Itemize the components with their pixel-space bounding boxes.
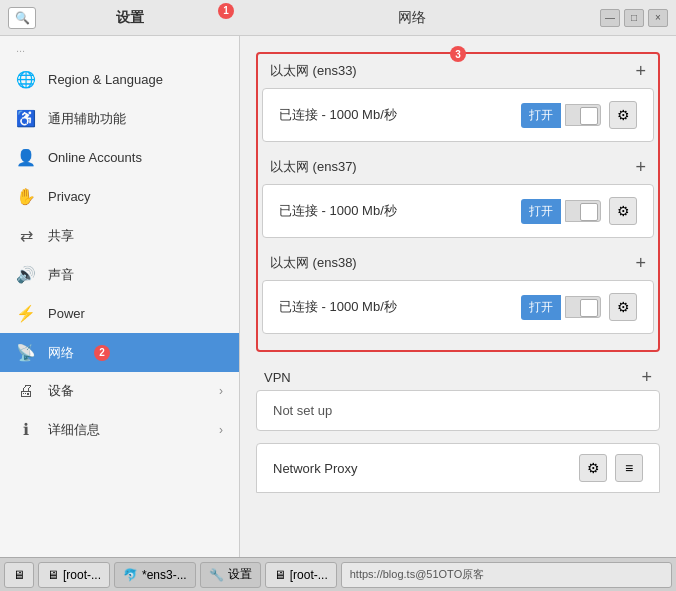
sidebar-label-power: Power [48,306,85,321]
sidebar-item-details[interactable]: ℹ 详细信息 › [0,410,239,449]
ens33-add-button[interactable]: + [635,62,646,80]
ens38-settings-button[interactable]: ⚙ [609,293,637,321]
taskbar-root2-icon: 🖥 [274,568,286,582]
sidebar-item-devices[interactable]: 🖨 设备 › [0,372,239,410]
power-icon: ⚡ [16,304,36,323]
network-section-ens38: 以太网 (ens38) + 已连接 - 1000 Mb/秒 打开 ⚙ [262,250,654,334]
proxy-section: Network Proxy ⚙ ≡ [256,443,660,493]
ens38-toggle-slider[interactable] [565,296,601,318]
ens33-card: 已连接 - 1000 Mb/秒 打开 ⚙ [262,88,654,142]
proxy-settings-button[interactable]: ⚙ [579,454,607,482]
taskbar-ens3-icon: 🐬 [123,568,138,582]
sidebar-item-privacy[interactable]: ✋ Privacy [0,177,239,216]
ens37-header: 以太网 (ens37) + [262,154,654,180]
sidebar-item-sharing[interactable]: ⇄ 共享 [0,216,239,255]
vpn-add-button[interactable]: + [641,368,652,386]
taskbar: 🖥 🖥 [root-... 🐬 *ens3-... 🔧 设置 🖥 [root-.… [0,557,676,591]
taskbar-ens3-button[interactable]: 🐬 *ens3-... [114,562,196,588]
ens37-gear-icon: ⚙ [617,203,630,219]
ens37-title: 以太网 (ens37) [270,158,357,176]
ens37-card: 已连接 - 1000 Mb/秒 打开 ⚙ [262,184,654,238]
taskbar-screen-icon: 🖥 [13,568,25,582]
ens38-header: 以太网 (ens38) + [262,250,654,276]
right-panel-title: 网络 [224,9,600,27]
ens33-toggle-button[interactable]: 打开 [521,103,561,128]
titlebar: 🔍 设置 1 网络 — □ × [0,0,676,36]
sidebar-item-power[interactable]: ⚡ Power [0,294,239,333]
network-badge: 2 [94,345,110,361]
ens33-status: 已连接 - 1000 Mb/秒 [279,106,521,124]
sharing-icon: ⇄ [16,226,36,245]
taskbar-root1-label: [root-... [63,568,101,582]
ens38-toggle: 打开 [521,295,601,320]
sidebar: ... 🌐 Region & Language ♿ 通用辅助功能 👤 Onlin… [0,36,240,557]
sidebar-label-accessibility: 通用辅助功能 [48,110,126,128]
taskbar-icon-button[interactable]: 🖥 [4,562,34,588]
sidebar-label-details: 详细信息 [48,421,100,439]
proxy-config-button[interactable]: ≡ [615,454,643,482]
taskbar-settings-label: 设置 [228,566,252,583]
taskbar-settings-icon: 🔧 [209,568,224,582]
taskbar-root2-label: [root-... [290,568,328,582]
ens33-gear-icon: ⚙ [617,107,630,123]
taskbar-url-text: https://blog.ts@51OTO原客 [350,567,484,582]
sidebar-label-region-language: Region & Language [48,72,163,87]
ens38-gear-icon: ⚙ [617,299,630,315]
ens37-toggle-button[interactable]: 打开 [521,199,561,224]
vpn-header: VPN + [256,364,660,390]
ens33-toggle: 打开 [521,103,601,128]
sidebar-item-sound[interactable]: 🔊 声音 [0,255,239,294]
sidebar-item-accessibility[interactable]: ♿ 通用辅助功能 [0,99,239,138]
sidebar-item-network[interactable]: 📡 网络 2 [0,333,239,372]
minimize-button[interactable]: — [600,9,620,27]
settings-badge: 1 [218,3,234,19]
taskbar-url-display: https://blog.ts@51OTO原客 [341,562,672,588]
sidebar-label-sound: 声音 [48,266,74,284]
details-chevron: › [219,423,223,437]
sound-icon: 🔊 [16,265,36,284]
vpn-card: Not set up [256,390,660,431]
ens38-card: 已连接 - 1000 Mb/秒 打开 ⚙ [262,280,654,334]
region-icon: 🌐 [16,70,36,89]
highlight-badge: 3 [450,46,466,62]
taskbar-root1-icon: 🖥 [47,568,59,582]
ens37-settings-button[interactable]: ⚙ [609,197,637,225]
privacy-icon: ✋ [16,187,36,206]
sidebar-label-online-accounts: Online Accounts [48,150,142,165]
ens37-toggle: 打开 [521,199,601,224]
sidebar-item-online-accounts[interactable]: 👤 Online Accounts [0,138,239,177]
sidebar-scroll-hint: ... [0,36,239,60]
sidebar-label-devices: 设备 [48,382,74,400]
ens33-toggle-slider[interactable] [565,104,601,126]
maximize-button[interactable]: □ [624,9,644,27]
window-controls: — □ × [600,9,668,27]
close-button[interactable]: × [648,9,668,27]
network-section-ens37: 以太网 (ens37) + 已连接 - 1000 Mb/秒 打开 ⚙ [262,154,654,238]
ens38-title: 以太网 (ens38) [270,254,357,272]
online-accounts-icon: 👤 [16,148,36,167]
sidebar-label-network: 网络 [48,344,74,362]
taskbar-root1-button[interactable]: 🖥 [root-... [38,562,110,588]
ens38-toggle-button[interactable]: 打开 [521,295,561,320]
main-layout: ... 🌐 Region & Language ♿ 通用辅助功能 👤 Onlin… [0,36,676,557]
ens37-add-button[interactable]: + [635,158,646,176]
devices-icon: 🖨 [16,382,36,400]
vpn-section: VPN + Not set up [256,364,660,431]
ens33-settings-button[interactable]: ⚙ [609,101,637,129]
taskbar-ens3-label: *ens3-... [142,568,187,582]
vpn-not-set-up: Not set up [273,403,332,418]
content-area: 3 以太网 (ens33) + 已连接 - 1000 Mb/秒 打开 ⚙ [240,36,676,557]
sidebar-item-region-language[interactable]: 🌐 Region & Language [0,60,239,99]
ens33-title: 以太网 (ens33) [270,62,357,80]
ens38-add-button[interactable]: + [635,254,646,272]
taskbar-settings-button[interactable]: 🔧 设置 [200,562,261,588]
proxy-config-icon: ≡ [625,460,633,476]
ens37-toggle-slider[interactable] [565,200,601,222]
taskbar-root2-button[interactable]: 🖥 [root-... [265,562,337,588]
sidebar-label-sharing: 共享 [48,227,74,245]
search-button[interactable]: 🔍 [8,7,36,29]
proxy-title: Network Proxy [273,461,579,476]
proxy-gear-icon: ⚙ [587,460,600,476]
highlighted-sections: 3 以太网 (ens33) + 已连接 - 1000 Mb/秒 打开 ⚙ [256,52,660,352]
vpn-title: VPN [264,370,291,385]
